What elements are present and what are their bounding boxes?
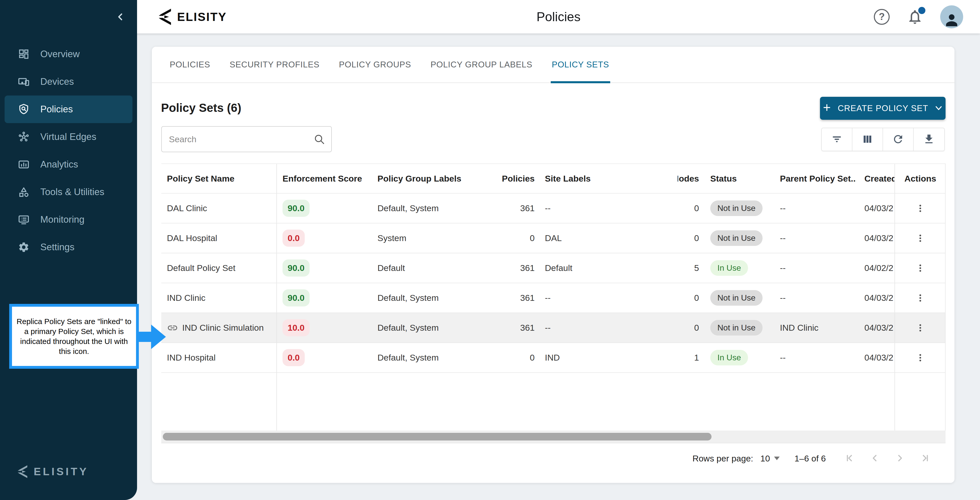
column-header-policies[interactable]: Policies <box>469 164 538 193</box>
row-actions-button[interactable] <box>915 233 925 243</box>
column-header-created[interactable]: Created <box>856 164 894 193</box>
download-button[interactable] <box>914 128 944 151</box>
site-labels-cell: Default <box>538 253 678 283</box>
actions-cell <box>894 253 945 283</box>
last-page-button[interactable] <box>916 449 934 468</box>
policies-count-cell: 0 <box>469 224 538 253</box>
sidebar-item-analytics[interactable]: Analytics <box>0 151 137 178</box>
rows-per-page-value: 10 <box>760 454 770 463</box>
actions-cell <box>894 283 945 313</box>
status-badge: Not in Use <box>710 230 762 246</box>
tab-policy-group-labels[interactable]: POLICY GROUP LABELS <box>430 46 533 83</box>
devices-icon <box>18 76 30 88</box>
table-empty-row <box>161 373 945 431</box>
row-actions-button[interactable] <box>915 353 925 363</box>
tab-policy-groups[interactable]: POLICY GROUPS <box>338 46 412 83</box>
help-button[interactable]: ? <box>874 9 890 25</box>
parent-policy-set-cell: -- <box>772 193 856 223</box>
table-row[interactable]: IND Clinic Simulation10.0Default, System… <box>161 313 945 343</box>
rows-per-page-label: Rows per page: <box>692 454 753 463</box>
top-header: ELISITY Policies ? <box>0 0 980 34</box>
column-header-site-labels[interactable]: Site Labels <box>538 164 678 193</box>
filter-button[interactable] <box>822 128 853 151</box>
column-header-actions[interactable]: Actions <box>894 164 945 193</box>
table-toolbar <box>821 128 945 151</box>
parent-policy-set-cell: -- <box>772 224 856 253</box>
status-cell: In Use <box>703 253 772 283</box>
table-row[interactable]: DAL Clinic90.0Default, System361--0Not i… <box>161 193 945 224</box>
status-badge: Not in Use <box>710 290 762 306</box>
policy-set-name: IND Hospital <box>167 353 216 363</box>
policy-group-labels-cell: Default <box>372 253 469 283</box>
row-actions-button[interactable] <box>915 203 925 214</box>
parent-policy-set-cell: -- <box>772 253 856 283</box>
column-header-ve-nodes[interactable]: VE Nodes <box>678 164 703 193</box>
site-labels-cell: -- <box>538 193 678 223</box>
sidebar-item-virtual-edges[interactable]: Virtual Edges <box>0 123 137 151</box>
column-header-parent-policy-set[interactable]: Parent Policy Set... <box>772 164 856 193</box>
rows-per-page-select[interactable]: 10 <box>760 454 780 463</box>
columns-icon <box>861 133 873 146</box>
search-input[interactable] <box>162 134 313 144</box>
create-policy-set-button[interactable]: + CREATE POLICY SET <box>820 97 945 120</box>
tab-security-profiles[interactable]: SECURITY PROFILES <box>229 46 321 83</box>
status-cell: In Use <box>703 343 772 372</box>
annotation-arrow-head <box>151 324 166 349</box>
table-row[interactable]: DAL Hospital0.0System0DAL0Not in Use--04… <box>161 224 945 253</box>
column-header-status[interactable]: Status <box>703 164 772 193</box>
table-header-row: Policy Set NameEnforcement ScorePolicy G… <box>161 164 945 193</box>
hub-icon <box>18 131 30 143</box>
table-row[interactable]: IND Clinic90.0Default, System361--0Not i… <box>161 283 945 313</box>
ve-nodes-cell: 0 <box>678 283 703 313</box>
sidebar-item-label: Policies <box>40 104 73 115</box>
policy-set-name: IND Clinic Simulation <box>182 323 264 333</box>
main-content-card: POLICIESSECURITY PROFILESPOLICY GROUPSPO… <box>152 47 955 483</box>
policy-group-labels-cell: Default, System <box>372 343 469 372</box>
next-page-icon <box>894 453 905 464</box>
search-icon[interactable] <box>313 133 331 145</box>
enforcement-score-badge: 90.0 <box>283 259 310 276</box>
help-icon: ? <box>874 9 890 25</box>
columns-button[interactable] <box>853 128 883 151</box>
sidebar-item-policies[interactable]: Policies <box>5 96 132 123</box>
sidebar-item-label: Tools & Utilities <box>40 187 104 197</box>
row-actions-button[interactable] <box>915 323 925 333</box>
enforcement-score-badge: 90.0 <box>283 200 310 217</box>
sidebar-item-label: Overview <box>40 49 80 59</box>
column-header-policy-set-name[interactable]: Policy Set Name <box>161 164 277 193</box>
sidebar-item-tools-utilities[interactable]: Tools & Utilities <box>0 178 137 206</box>
enforcement-score-cell: 90.0 <box>277 283 372 313</box>
sidebar-item-overview[interactable]: Overview <box>0 40 137 68</box>
caret-down-icon <box>774 457 780 460</box>
sidebar-collapse-button[interactable] <box>115 11 126 23</box>
page-title: Policies <box>137 0 980 34</box>
elisity-logo-mark <box>17 465 29 478</box>
refresh-button[interactable] <box>883 128 914 151</box>
sidebar-item-devices[interactable]: Devices <box>0 68 137 96</box>
table-footer: Rows per page: 10 1–6 of 6 <box>161 443 945 473</box>
table-row[interactable]: Default Policy Set90.0Default361Default5… <box>161 253 945 283</box>
site-labels-cell: IND <box>538 343 678 372</box>
account-button[interactable] <box>940 5 963 28</box>
tab-policy-sets[interactable]: POLICY SETS <box>551 46 610 83</box>
notification-badge <box>918 7 925 14</box>
column-header-enforcement-score[interactable]: Enforcement Score <box>277 164 372 193</box>
first-page-button[interactable] <box>841 449 859 468</box>
enforcement-score-cell: 90.0 <box>277 193 372 223</box>
table-row[interactable]: IND Hospital0.0Default, System0IND1In Us… <box>161 343 945 373</box>
row-actions-button[interactable] <box>915 293 925 303</box>
notifications-button[interactable] <box>907 8 923 25</box>
next-page-button[interactable] <box>891 449 909 468</box>
column-header-policy-group-labels[interactable]: Policy Group Labels <box>372 164 469 193</box>
ve-nodes-cell: 1 <box>678 343 703 372</box>
row-actions-button[interactable] <box>915 263 925 273</box>
scrollbar-thumb[interactable] <box>163 433 711 441</box>
search-box <box>161 126 332 152</box>
pagination <box>841 449 934 468</box>
policies-count-cell: 0 <box>469 343 538 372</box>
tab-policies[interactable]: POLICIES <box>169 46 211 83</box>
sidebar-item-settings[interactable]: Settings <box>0 233 137 261</box>
sidebar-item-monitoring[interactable]: Monitoring <box>0 206 137 233</box>
annotation-arrow <box>138 332 151 342</box>
previous-page-button[interactable] <box>865 449 884 468</box>
